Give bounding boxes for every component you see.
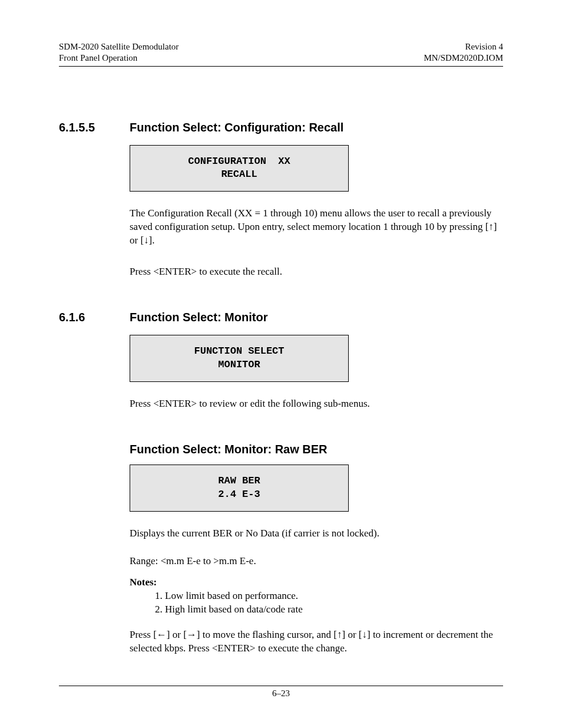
page-number: 6–23 xyxy=(272,689,290,698)
paragraph: Displays the current BER or No Data (if … xyxy=(130,527,503,541)
section-title: Function Select: Monitor xyxy=(130,311,267,324)
notes-list: Low limit based on performance. High lim… xyxy=(130,589,503,617)
section-number: 6.1.6 xyxy=(59,311,112,324)
notes-label: Notes: xyxy=(130,577,503,588)
lcd-display-recall: CONFIGURATION XX RECALL xyxy=(130,145,349,192)
section-heading-monitor: 6.1.6 Function Select: Monitor xyxy=(59,311,503,324)
section-heading-recall: 6.1.5.5 Function Select: Configuration: … xyxy=(59,121,503,134)
page-header: SDM-2020 Satellite Demodulator Front Pan… xyxy=(59,41,503,64)
header-left: SDM-2020 Satellite Demodulator Front Pan… xyxy=(59,41,178,64)
lcd-display-monitor: FUNCTION SELECT MONITOR xyxy=(130,335,349,382)
header-left-line2: Front Panel Operation xyxy=(59,52,178,64)
document-page: SDM-2020 Satellite Demodulator Front Pan… xyxy=(0,0,562,728)
section-number: 6.1.5.5 xyxy=(59,121,112,134)
paragraph: Press <ENTER> to review or edit the foll… xyxy=(130,397,503,411)
sub-heading: Function Select: Monitor: Raw BER xyxy=(130,443,503,456)
note-item: Low limit based on performance. xyxy=(165,589,503,603)
paragraph: Range: <m.m E-e to >m.m E-e. xyxy=(130,555,503,568)
section-rawber: Function Select: Monitor: Raw BER RAW BE… xyxy=(59,443,503,655)
section-recall: 6.1.5.5 Function Select: Configuration: … xyxy=(59,121,503,279)
header-right: Revision 4 MN/SDM2020D.IOM xyxy=(424,41,503,64)
section-body-rawber: Function Select: Monitor: Raw BER RAW BE… xyxy=(130,443,503,655)
page-footer: 6–23 xyxy=(59,686,503,699)
header-right-line1: Revision 4 xyxy=(424,41,503,52)
section-title: Function Select: Configuration: Recall xyxy=(130,121,343,134)
lcd-display-rawber: RAW BER 2.4 E-3 xyxy=(130,465,349,512)
page-content: 6.1.5.5 Function Select: Configuration: … xyxy=(59,67,503,655)
paragraph: Press <ENTER> to execute the recall. xyxy=(130,265,503,279)
header-left-line1: SDM-2020 Satellite Demodulator xyxy=(59,41,178,52)
note-item: High limit based on data/code rate xyxy=(165,603,503,617)
section-monitor: 6.1.6 Function Select: Monitor FUNCTION … xyxy=(59,311,503,411)
section-body-monitor: FUNCTION SELECT MONITOR Press <ENTER> to… xyxy=(130,335,503,411)
section-body-recall: CONFIGURATION XX RECALL The Configuratio… xyxy=(130,145,503,248)
paragraph: The Configuration Recall (XX = 1 through… xyxy=(130,207,503,248)
header-right-line2: MN/SDM2020D.IOM xyxy=(424,52,503,64)
paragraph: Press [←] or [→] to move the flashing cu… xyxy=(130,628,503,655)
